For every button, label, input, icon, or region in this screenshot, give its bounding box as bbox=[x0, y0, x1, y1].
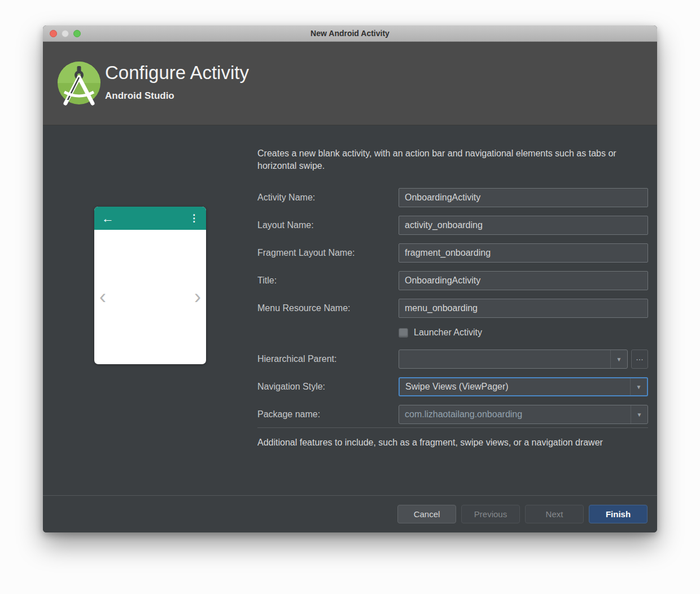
hierarchical-parent-combobox[interactable]: ▼ bbox=[399, 350, 628, 369]
activity-name-label: Activity Name: bbox=[257, 193, 399, 203]
dialog-window: New Android Activity Configure Activity … bbox=[43, 25, 657, 532]
page-subtitle: Android Studio bbox=[105, 90, 174, 102]
form-row-package-name: Package name: com.lizhaotailang.onboardi… bbox=[257, 405, 648, 424]
minimize-button[interactable] bbox=[62, 30, 69, 37]
combo-arrow-icon[interactable]: ▼ bbox=[630, 378, 647, 395]
window-title: New Android Activity bbox=[310, 29, 390, 38]
menu-resource-name-input[interactable] bbox=[399, 299, 648, 318]
close-button[interactable] bbox=[50, 30, 57, 37]
navigation-style-combobox[interactable]: Swipe Views (ViewPager) ▼ bbox=[399, 377, 648, 396]
form-row-launcher-activity: Launcher Activity bbox=[257, 325, 648, 340]
form-row-navigation-style: Navigation Style: Swipe Views (ViewPager… bbox=[257, 377, 648, 396]
navigation-style-label: Navigation Style: bbox=[257, 382, 399, 392]
package-name-label: Package name: bbox=[257, 409, 399, 420]
finish-button[interactable]: Finish bbox=[589, 505, 648, 523]
configure-form: Activity Name: Layout Name: Fragment Lay… bbox=[257, 188, 648, 433]
title-input[interactable] bbox=[399, 271, 648, 290]
activity-name-input[interactable] bbox=[399, 188, 648, 207]
launcher-activity-checkbox[interactable] bbox=[399, 328, 408, 338]
fragment-layout-name-input[interactable] bbox=[399, 243, 648, 263]
fragment-layout-name-label: Fragment Layout Name: bbox=[257, 248, 399, 258]
next-button[interactable]: Next bbox=[525, 505, 584, 523]
form-row-fragment-layout-name: Fragment Layout Name: bbox=[257, 243, 648, 263]
form-row-title: Title: bbox=[257, 271, 648, 290]
android-studio-logo-icon bbox=[56, 58, 102, 107]
chevron-right-icon: › bbox=[194, 287, 201, 307]
traffic-lights bbox=[50, 30, 81, 37]
zoom-button[interactable] bbox=[73, 30, 81, 37]
overflow-menu-icon: ⋮ bbox=[189, 213, 199, 223]
wizard-header: Configure Activity Android Studio bbox=[43, 42, 657, 125]
form-row-activity-name: Activity Name: bbox=[257, 188, 648, 207]
previous-button[interactable]: Previous bbox=[461, 505, 520, 523]
back-arrow-icon: ← bbox=[102, 212, 114, 225]
menu-resource-name-label: Menu Resource Name: bbox=[257, 303, 399, 313]
titlebar: New Android Activity bbox=[43, 25, 657, 42]
page-title: Configure Activity bbox=[105, 62, 249, 84]
layout-name-label: Layout Name: bbox=[257, 220, 399, 230]
layout-name-input[interactable] bbox=[399, 216, 648, 235]
section-divider bbox=[257, 427, 648, 428]
chevron-left-icon: ‹ bbox=[99, 287, 106, 307]
form-row-menu-resource-name: Menu Resource Name: bbox=[257, 299, 648, 318]
activity-description: Creates a new blank activity, with an ac… bbox=[257, 147, 623, 172]
form-row-hierarchical-parent: Hierarchical Parent: ▼ … bbox=[257, 350, 648, 369]
navigation-style-value: Swipe Views (ViewPager) bbox=[400, 378, 630, 395]
additional-features-note: Additional features to include, such as … bbox=[257, 436, 623, 449]
combo-arrow-icon[interactable]: ▼ bbox=[610, 350, 627, 368]
hierarchical-parent-value bbox=[399, 350, 610, 368]
dialog-button-bar: Cancel Previous Next Finish bbox=[43, 495, 657, 532]
preview-appbar: ← ⋮ bbox=[94, 207, 206, 230]
cancel-button[interactable]: Cancel bbox=[397, 505, 456, 523]
title-label: Title: bbox=[257, 276, 399, 286]
package-name-combobox[interactable]: com.lizhaotailang.onboarding ▼ bbox=[399, 405, 648, 424]
form-row-layout-name: Layout Name: bbox=[257, 216, 648, 235]
package-name-value: com.lizhaotailang.onboarding bbox=[399, 405, 631, 423]
browse-button[interactable]: … bbox=[631, 350, 648, 369]
launcher-activity-label: Launcher Activity bbox=[414, 327, 482, 338]
combo-arrow-icon[interactable]: ▼ bbox=[631, 405, 648, 423]
activity-preview: ← ⋮ ‹ › bbox=[94, 207, 206, 364]
hierarchical-parent-label: Hierarchical Parent: bbox=[257, 354, 399, 364]
